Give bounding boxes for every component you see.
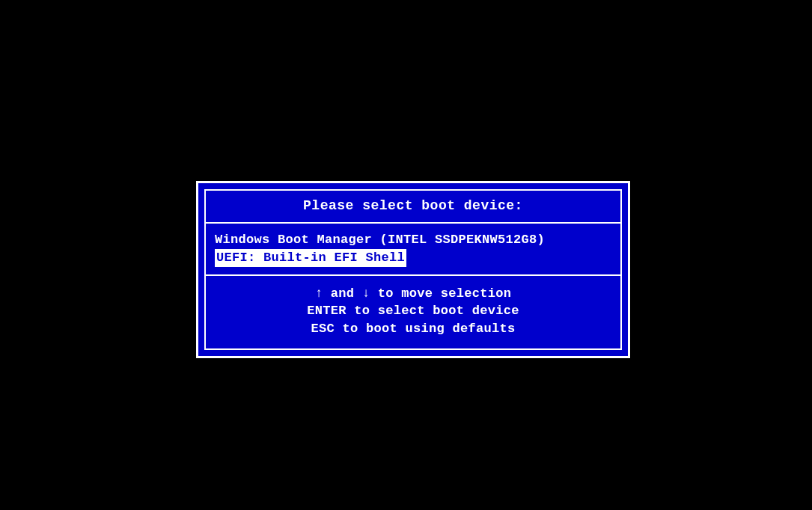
boot-option-row[interactable]: UEFI: Built-in EFI Shell	[215, 249, 611, 267]
help-line-enter: ENTER to select boot device	[206, 302, 620, 320]
boot-device-dialog: Please select boot device: Windows Boot …	[196, 181, 630, 358]
boot-option-row[interactable]: Windows Boot Manager (INTEL SSDPEKNW512G…	[215, 231, 611, 249]
dialog-title-section: Please select boot device:	[206, 191, 620, 224]
dialog-inner-border: Please select boot device: Windows Boot …	[204, 189, 622, 350]
help-section: ↑ and ↓ to move selection ENTER to selec…	[206, 276, 620, 348]
help-text-move: to move selection	[370, 286, 511, 301]
help-line-navigation: ↑ and ↓ to move selection	[206, 285, 620, 303]
help-line-esc: ESC to boot using defaults	[206, 320, 620, 338]
down-arrow-icon: ↓	[362, 286, 370, 301]
up-arrow-icon: ↑	[315, 286, 323, 301]
boot-option-uefi-shell[interactable]: UEFI: Built-in EFI Shell	[215, 249, 406, 267]
help-text-and: and	[323, 286, 362, 301]
boot-options-list[interactable]: Windows Boot Manager (INTEL SSDPEKNW512G…	[206, 224, 620, 276]
dialog-title: Please select boot device:	[303, 198, 523, 213]
boot-option-windows[interactable]: Windows Boot Manager (INTEL SSDPEKNW512G…	[215, 233, 545, 247]
